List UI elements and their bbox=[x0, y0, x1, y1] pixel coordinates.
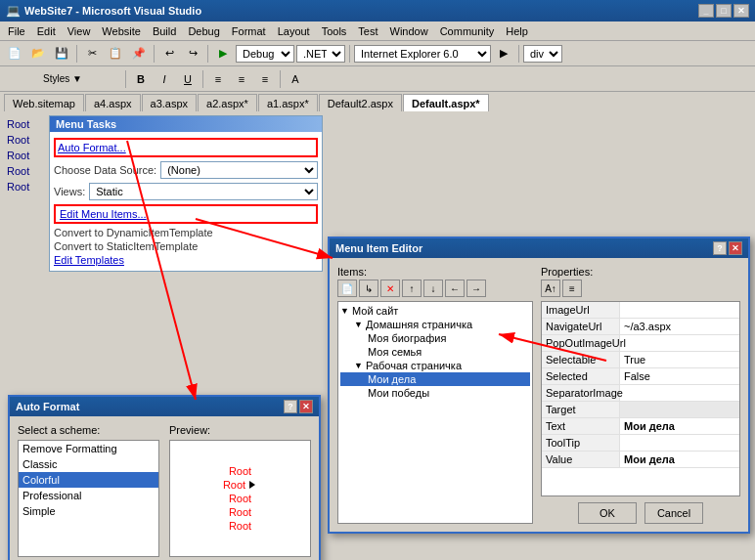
menu-editor-ok-button[interactable]: OK bbox=[578, 502, 637, 524]
open-button[interactable]: 📂 bbox=[27, 44, 49, 64]
new-item-button[interactable]: 📄 bbox=[337, 280, 357, 297]
prop-popoutimageurl[interactable]: PopOutImageUrl bbox=[542, 335, 739, 352]
debug-dropdown[interactable]: Debug bbox=[236, 45, 294, 63]
prop-navigateurl[interactable]: NavigateUrl ~/a3.aspx bbox=[542, 319, 739, 335]
redo-button[interactable]: ↪ bbox=[182, 44, 203, 64]
tab-default2[interactable]: Default2.aspx bbox=[319, 94, 402, 111]
maximize-button[interactable]: □ bbox=[716, 4, 732, 18]
undo-button[interactable]: ↩ bbox=[158, 44, 180, 64]
menu-view[interactable]: View bbox=[62, 23, 97, 39]
menu-tasks-title: Menu Tasks bbox=[50, 116, 322, 132]
scheme-professional[interactable]: Professional bbox=[19, 488, 158, 503]
close-button[interactable]: ✕ bbox=[733, 4, 749, 18]
menu-editor-help-button[interactable]: ? bbox=[713, 241, 727, 255]
auto-format-link[interactable]: Auto Format... bbox=[58, 142, 126, 153]
auto-format-highlight: Auto Format... bbox=[54, 138, 318, 157]
prop-value-row[interactable]: Value Мои дела bbox=[542, 452, 739, 468]
prop-imageurl[interactable]: ImageUrl bbox=[542, 302, 739, 319]
auto-format-title-controls: ? ✕ bbox=[284, 400, 313, 413]
tree-family[interactable]: Моя семья bbox=[340, 345, 530, 359]
prop-separatorimage[interactable]: SeparatorImage bbox=[542, 385, 739, 402]
tab-a3[interactable]: a3.aspx bbox=[142, 94, 198, 111]
prop-selectable[interactable]: Selectable True bbox=[542, 352, 739, 368]
convert-dynamic-link[interactable]: Convert to DynamicItemTemplate bbox=[54, 227, 213, 238]
edit-menu-items-link[interactable]: Edit Menu Items... bbox=[56, 206, 316, 222]
move-up-button[interactable]: ↑ bbox=[402, 280, 422, 297]
align-left-button[interactable]: ≡ bbox=[207, 69, 229, 89]
italic-button[interactable]: I bbox=[154, 69, 175, 89]
browser-go-button[interactable]: ▶ bbox=[493, 44, 514, 64]
menu-edit[interactable]: Edit bbox=[31, 23, 62, 39]
menu-debug[interactable]: Debug bbox=[182, 23, 225, 39]
menu-editor-properties-section: Properties: A↑ ≡ ImageUrl NavigateUrl ~/… bbox=[541, 266, 740, 524]
tab-bar: Web.sitemap a4.aspx a3.aspx a2.aspx* a1.… bbox=[0, 92, 755, 111]
scheme-list[interactable]: Remove Formatting Classic Colorful Profe… bbox=[18, 440, 159, 557]
choose-data-source-label: Choose Data Source: bbox=[54, 164, 156, 176]
tree-my-cases[interactable]: Мои дела bbox=[340, 372, 530, 386]
cut-button[interactable]: ✂ bbox=[81, 44, 103, 64]
menu-editor-close-button[interactable]: ✕ bbox=[729, 241, 742, 255]
menu-tree[interactable]: ▼ Мой сайт ▼ Домашняя страничка Моя биог… bbox=[337, 301, 533, 524]
tree-home[interactable]: ▼ Домашняя страничка bbox=[340, 318, 530, 331]
prop-target[interactable]: Target bbox=[542, 402, 739, 418]
edit-templates-link[interactable]: Edit Templates bbox=[54, 254, 124, 266]
bold-button[interactable]: B bbox=[130, 69, 152, 89]
menu-format[interactable]: Format bbox=[226, 23, 272, 39]
element-dropdown[interactable]: div bbox=[523, 45, 562, 63]
tree-work[interactable]: ▼ Рабочая страничка bbox=[340, 359, 530, 372]
menu-help[interactable]: Help bbox=[500, 23, 534, 39]
underline-button[interactable]: U bbox=[177, 69, 199, 89]
tree-victories[interactable]: Мои победы bbox=[340, 386, 530, 400]
menu-test[interactable]: Test bbox=[352, 23, 383, 39]
paste-button[interactable]: 📌 bbox=[128, 44, 150, 64]
scheme-classic[interactable]: Classic bbox=[19, 456, 158, 472]
prop-tooltip[interactable]: ToolTip bbox=[542, 435, 739, 452]
arrow-icon bbox=[249, 481, 255, 489]
convert-static-link[interactable]: Convert to StaticItemTemplate bbox=[54, 240, 198, 252]
props-categorize-button[interactable]: ≡ bbox=[562, 280, 582, 297]
menu-community[interactable]: Community bbox=[434, 23, 501, 39]
prop-text[interactable]: Text Мои дела bbox=[542, 418, 739, 435]
move-left-button[interactable]: ← bbox=[445, 280, 465, 297]
tab-websitemap[interactable]: Web.sitemap bbox=[4, 94, 84, 111]
align-center-button[interactable]: ≡ bbox=[231, 69, 252, 89]
main-toolbar: 📄 📂 💾 ✂ 📋 📌 ↩ ↪ ▶ Debug .NET Internet Ex… bbox=[0, 41, 755, 66]
delete-item-button[interactable]: ✕ bbox=[380, 280, 400, 297]
props-sort-az-button[interactable]: A↑ bbox=[541, 280, 560, 297]
menu-layout[interactable]: Layout bbox=[272, 23, 316, 39]
tree-bio[interactable]: Моя биография bbox=[340, 331, 530, 345]
views-select[interactable]: Static bbox=[89, 183, 318, 200]
browser-dropdown[interactable]: Internet Explorer 6.0 bbox=[354, 45, 491, 63]
menu-window[interactable]: Window bbox=[384, 23, 434, 39]
menu-file[interactable]: File bbox=[2, 23, 31, 39]
tree-root[interactable]: ▼ Мой сайт bbox=[340, 304, 530, 318]
save-button[interactable]: 💾 bbox=[51, 44, 72, 64]
title-bar: 💻 WebSite7 - Microsoft Visual Studio _ □… bbox=[0, 0, 755, 22]
scheme-colorful[interactable]: Colorful bbox=[19, 472, 158, 488]
menu-tools[interactable]: Tools bbox=[316, 23, 353, 39]
new-button[interactable]: 📄 bbox=[4, 44, 25, 64]
tab-a4[interactable]: a4.aspx bbox=[85, 94, 141, 111]
dotnet-dropdown[interactable]: .NET bbox=[296, 45, 345, 63]
copy-button[interactable]: 📋 bbox=[105, 44, 126, 64]
scheme-simple[interactable]: Simple bbox=[19, 503, 158, 519]
menu-website[interactable]: Website bbox=[96, 23, 147, 39]
play-button[interactable]: ▶ bbox=[212, 44, 234, 64]
new-child-button[interactable]: ↳ bbox=[359, 280, 378, 297]
color-button[interactable]: A bbox=[285, 69, 306, 89]
auto-format-close-button[interactable]: ✕ bbox=[299, 400, 313, 413]
minimize-button[interactable]: _ bbox=[698, 4, 714, 18]
choose-data-source-select[interactable]: (None) bbox=[160, 161, 318, 179]
align-right-button[interactable]: ≡ bbox=[254, 69, 276, 89]
menu-editor-cancel-button[interactable]: Cancel bbox=[644, 502, 703, 524]
prop-selected[interactable]: Selected False bbox=[542, 368, 739, 385]
auto-format-help-button[interactable]: ? bbox=[284, 400, 297, 413]
tab-default[interactable]: Default.aspx* bbox=[403, 94, 489, 111]
styles-dropdown-btn[interactable]: Styles ▼ bbox=[4, 69, 121, 89]
menu-build[interactable]: Build bbox=[147, 23, 182, 39]
move-right-button[interactable]: → bbox=[466, 280, 486, 297]
tab-a2[interactable]: a2.aspx* bbox=[198, 94, 257, 111]
move-down-button[interactable]: ↓ bbox=[423, 280, 443, 297]
scheme-remove[interactable]: Remove Formatting bbox=[19, 441, 158, 456]
tab-a1[interactable]: a1.aspx* bbox=[258, 94, 318, 111]
